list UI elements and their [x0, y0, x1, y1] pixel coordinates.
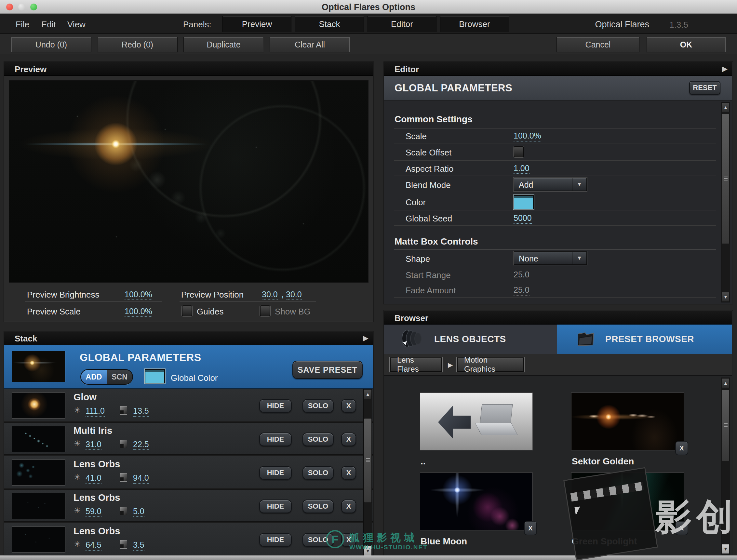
brightness-icon: ☀ — [74, 540, 81, 549]
panel-expand-icon[interactable]: ▶ — [722, 65, 728, 73]
blend-mode-dropdown[interactable]: Add ▼ — [514, 178, 587, 191]
preview-position-x-value[interactable]: 30.0 — [262, 290, 278, 300]
duplicate-button[interactable]: Duplicate — [184, 37, 263, 52]
hide-button[interactable]: HIDE — [259, 399, 292, 413]
scroll-up-icon[interactable]: ▲ — [364, 389, 372, 399]
layer-brightness-value[interactable]: 31.0 — [86, 440, 101, 450]
preview-brightness-value[interactable]: 100.0% — [125, 290, 152, 300]
scrollbar-thumb[interactable] — [722, 390, 730, 461]
solo-button[interactable]: SOLO — [302, 433, 334, 446]
scale-offset-checkbox[interactable] — [514, 146, 524, 157]
show-bg-checkbox[interactable] — [260, 305, 270, 316]
scrollbar-thumb[interactable] — [364, 418, 372, 503]
divider — [25, 301, 162, 301]
tab-preset-browser[interactable]: PRESET BROWSER — [557, 325, 732, 354]
layer-brightness-value[interactable]: 111.0 — [86, 406, 105, 417]
delete-layer-button[interactable]: X — [341, 399, 356, 413]
panel-button-preview[interactable]: Preview — [222, 16, 291, 32]
matte-box-title: Matte Box Controls — [395, 236, 478, 247]
global-color-swatch[interactable] — [145, 369, 165, 383]
hide-button[interactable]: HIDE — [259, 500, 292, 513]
hide-button[interactable]: HIDE — [259, 433, 292, 446]
add-mode-button[interactable]: ADD — [81, 370, 107, 384]
delete-layer-button[interactable]: X — [341, 466, 356, 480]
clear-all-button[interactable]: Clear All — [270, 37, 350, 52]
stack-layer-row[interactable]: Glow ☀ 111.0 13.5 HIDE SOLO X — [4, 389, 373, 421]
guides-checkbox[interactable] — [182, 305, 192, 316]
scrollbar-thumb[interactable] — [722, 114, 730, 244]
preset-tile-updir[interactable] — [420, 393, 533, 450]
solo-button[interactable]: SOLO — [302, 500, 334, 513]
scroll-up-icon[interactable]: ▲ — [722, 102, 730, 112]
shape-dropdown[interactable]: None ▼ — [514, 251, 587, 265]
layer-scale-value[interactable]: 13.5 — [133, 406, 149, 417]
solo-button[interactable]: SOLO — [302, 399, 334, 413]
show-bg-label: Show BG — [275, 307, 311, 317]
solo-button[interactable]: SOLO — [302, 466, 334, 480]
delete-layer-button[interactable]: X — [341, 500, 356, 513]
preset-tile-green-spolight[interactable]: X — [571, 473, 684, 530]
breadcrumb-motion-graphics[interactable]: Motion Graphics — [457, 357, 524, 372]
solo-button[interactable]: SOLO — [302, 533, 334, 547]
preset-tile-sektor-golden[interactable]: X — [571, 393, 684, 450]
scroll-down-icon[interactable]: ▼ — [722, 292, 730, 302]
layer-scale-value[interactable]: 3.5 — [133, 540, 144, 551]
stack-layer-row[interactable]: Multi Iris ☀ 31.0 22.5 HIDE SOLO X — [4, 422, 373, 455]
stack-scrollbar[interactable]: ▲ ▼ — [363, 389, 372, 556]
fade-amount-value[interactable]: 25.0 — [514, 285, 529, 296]
flare-preview-image[interactable] — [9, 80, 369, 283]
global-parameters-bar[interactable]: GLOBAL PARAMETERS ADD SCN Global Color S… — [4, 345, 373, 389]
panel-button-stack[interactable]: Stack — [295, 16, 364, 32]
scn-mode-button[interactable]: SCN — [107, 370, 132, 384]
preview-scale-value[interactable]: 100.0% — [125, 307, 152, 317]
layer-scale-value[interactable]: 94.0 — [133, 473, 149, 484]
scroll-down-icon[interactable]: ▼ — [722, 544, 730, 554]
panel-expand-icon[interactable]: ▶ — [363, 334, 369, 342]
delete-preset-button[interactable]: X — [675, 441, 688, 455]
browser-tabs: LENS OBJECTS PRESET BROWSER — [384, 325, 732, 354]
menu-view[interactable]: View — [67, 20, 86, 30]
color-swatch[interactable] — [514, 195, 534, 209]
ok-button[interactable]: OK — [647, 37, 726, 52]
menu-file[interactable]: File — [16, 20, 29, 30]
save-preset-button[interactable]: SAVE PRESET — [292, 361, 363, 379]
stack-layer-row[interactable]: Lens Orbs ☀ 64.5 3.5 HIDE SOLO X — [4, 523, 373, 555]
preview-position-y-value[interactable]: 30.0 — [286, 290, 302, 300]
scale-value[interactable]: 100.0% — [514, 131, 541, 141]
delete-preset-button[interactable]: X — [524, 521, 537, 535]
preview-brightness-label: Preview Brightness — [27, 290, 100, 300]
layer-thumbnail — [12, 393, 65, 419]
redo-button[interactable]: Redo (0) — [98, 37, 177, 52]
global-seed-value[interactable]: 5000 — [514, 213, 532, 224]
start-range-value[interactable]: 25.0 — [514, 270, 529, 280]
layer-brightness-value[interactable]: 59.0 — [86, 507, 101, 517]
aspect-ratio-value[interactable]: 1.00 — [514, 164, 529, 174]
editor-scrollbar[interactable]: ▲ ▼ — [721, 102, 730, 302]
reset-button[interactable]: RESET — [689, 81, 720, 95]
tab-lens-objects[interactable]: LENS OBJECTS — [384, 325, 557, 354]
scroll-up-icon[interactable]: ▲ — [722, 378, 730, 388]
delete-preset-button[interactable]: X — [675, 521, 688, 535]
stack-layer-row[interactable]: Lens Orbs ☀ 59.0 5.0 HIDE SOLO X — [4, 489, 373, 522]
browser-scrollbar[interactable]: ▲ ▼ — [721, 378, 730, 554]
menu-edit[interactable]: Edit — [41, 20, 56, 30]
panel-button-browser[interactable]: Browser — [440, 16, 509, 32]
cancel-button[interactable]: Cancel — [557, 37, 639, 52]
layer-scale-value[interactable]: 5.0 — [133, 507, 144, 517]
scale-icon — [120, 440, 127, 448]
preset-tile-blue-moon[interactable]: X — [420, 473, 533, 530]
hide-button[interactable]: HIDE — [259, 533, 292, 547]
breadcrumb-lens-flares[interactable]: Lens Flares — [390, 357, 442, 372]
panel-button-editor[interactable]: Editor — [368, 16, 436, 32]
delete-layer-button[interactable]: X — [341, 433, 356, 446]
layer-brightness-value[interactable]: 41.0 — [86, 473, 101, 484]
scroll-down-icon[interactable]: ▼ — [364, 546, 372, 556]
layer-brightness-value[interactable]: 64.5 — [86, 540, 101, 551]
hide-button[interactable]: HIDE — [259, 466, 292, 480]
undo-button[interactable]: Undo (0) — [11, 37, 91, 52]
layer-scale-value[interactable]: 22.5 — [133, 440, 149, 450]
delete-layer-button[interactable]: X — [341, 533, 356, 547]
preview-panel-header: Preview — [4, 62, 373, 76]
aspect-ratio-row: Aspect Ratio 1.00 — [394, 161, 716, 176]
stack-layer-row[interactable]: Lens Orbs ☀ 41.0 94.0 HIDE SOLO X — [4, 456, 373, 488]
